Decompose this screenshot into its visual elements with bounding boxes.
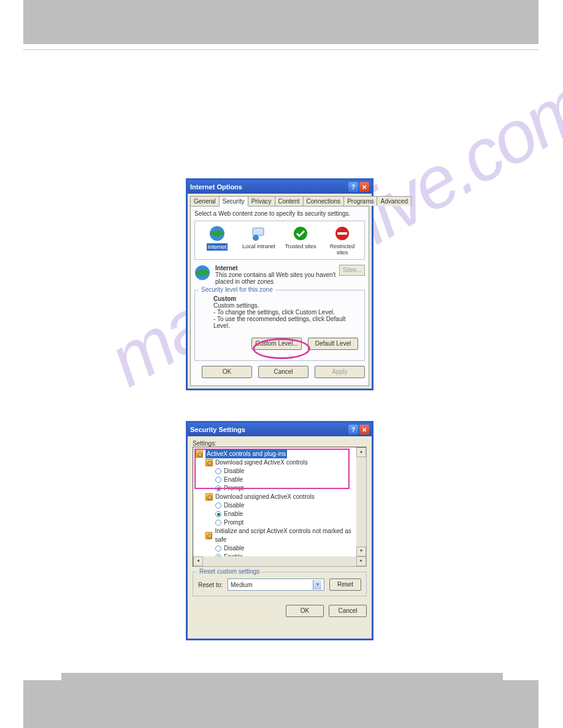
zone-trusted-sites[interactable]: Trusted sites	[282, 225, 319, 256]
radio-prompt-label: Prompt	[224, 484, 243, 493]
custom-line2: - To change the settings, click Custom L…	[213, 309, 358, 316]
radio-enable-label: Enable	[224, 510, 243, 518]
internet-options-dialog: Internet Options ? ✕ General Security Pr…	[186, 178, 373, 390]
radio-disable[interactable]: Disable	[215, 467, 355, 476]
radio-enable[interactable]: Enable	[215, 476, 355, 484]
security-level-group: Security level for this zone Custom Cust…	[194, 290, 365, 361]
tab-security[interactable]: Security	[219, 196, 248, 207]
tree-item-download-signed-label: Download signed ActiveX controls	[215, 458, 308, 467]
scroll-down-icon[interactable]: ▾	[356, 547, 366, 556]
reset-custom-group: Reset custom settings Reset to: Medium ▾…	[193, 572, 367, 596]
io-tab-body: Select a Web content zone to specify its…	[190, 206, 369, 386]
tree-item-download-unsigned[interactable]: Download unsigned ActiveX controls	[205, 493, 355, 501]
reset-button[interactable]: Reset	[329, 578, 361, 591]
tab-content[interactable]: Content	[275, 196, 304, 206]
reset-to-combo[interactable]: Medium ▾	[228, 578, 324, 591]
svg-rect-5	[337, 232, 347, 235]
close-icon[interactable]: ✕	[359, 182, 369, 192]
tab-general[interactable]: General	[190, 196, 220, 206]
gear-icon	[205, 459, 213, 466]
zone-desc-name: Internet	[215, 265, 238, 271]
zone-list: Internet Local intranet Trusted sites	[194, 221, 365, 260]
scroll-left-icon[interactable]: ◂	[193, 556, 203, 566]
svg-point-2	[253, 235, 259, 241]
page-rule	[23, 49, 538, 50]
svg-rect-1	[253, 228, 264, 235]
page-footer-band	[23, 680, 538, 728]
computer-icon	[250, 225, 267, 242]
scroll-up-icon[interactable]: ▴	[356, 447, 366, 457]
zone-local-label: Local intranet	[242, 243, 275, 249]
tree-category-activex[interactable]: ActiveX controls and plug-ins	[196, 450, 355, 458]
sites-button[interactable]: Sites...	[339, 265, 365, 276]
help-icon[interactable]: ?	[348, 182, 358, 192]
cancel-button[interactable]: Cancel	[329, 605, 367, 617]
custom-heading: Custom	[213, 295, 358, 302]
radio-enable[interactable]: Enable	[215, 510, 355, 518]
ok-button[interactable]: OK	[286, 605, 324, 617]
tree-item-download-unsigned-label: Download unsigned ActiveX controls	[215, 493, 315, 501]
zone-internet-label: Internet	[207, 243, 228, 251]
tab-advanced[interactable]: Advanced	[377, 196, 411, 206]
custom-level-button[interactable]: Custom Level...	[251, 338, 302, 350]
check-circle-icon	[292, 225, 309, 242]
reset-to-value: Medium	[231, 582, 253, 588]
custom-line3: - To use the recommended settings, click…	[213, 316, 358, 329]
io-title: Internet Options	[190, 183, 242, 191]
tree-item-download-signed[interactable]: Download signed ActiveX controls	[205, 458, 355, 467]
radio-disable-label: Disable	[224, 467, 244, 476]
zone-restricted-sites[interactable]: Restricted sites	[324, 225, 361, 256]
cancel-button[interactable]: Cancel	[258, 366, 308, 378]
security-level-group-title: Security level for this zone	[199, 286, 275, 293]
security-settings-dialog: Security Settings ? ✕ Settings: ActiveX …	[186, 421, 373, 640]
tree-item-init-script[interactable]: Initialize and script ActiveX controls n…	[205, 527, 355, 544]
tree-item-init-script-label: Initialize and script ActiveX controls n…	[215, 527, 355, 544]
ok-button[interactable]: OK	[202, 366, 252, 378]
io-instruction: Select a Web content zone to specify its…	[194, 210, 365, 217]
radio-disable[interactable]: Disable	[215, 544, 355, 553]
scroll-right-icon[interactable]: ▸	[356, 556, 366, 566]
zone-local-intranet[interactable]: Local intranet	[240, 225, 277, 256]
io-tabs: General Security Privacy Content Connect…	[190, 196, 369, 206]
close-icon[interactable]: ✕	[359, 425, 369, 434]
no-entry-icon	[334, 225, 351, 242]
radio-disable-label: Disable	[224, 544, 244, 553]
radio-prompt-label: Prompt	[224, 518, 243, 527]
gear-icon	[196, 450, 203, 458]
help-icon[interactable]: ?	[348, 425, 358, 434]
reset-group-title: Reset custom settings	[197, 568, 262, 575]
globe-icon	[194, 265, 212, 282]
ss-titlebar[interactable]: Security Settings ? ✕	[188, 423, 372, 436]
ss-title: Security Settings	[190, 426, 245, 433]
page-header-band	[23, 0, 538, 44]
radio-prompt[interactable]: Prompt	[215, 518, 355, 527]
zone-desc-text: This zone contains all Web sites you hav…	[215, 271, 339, 285]
zone-trusted-label: Trusted sites	[285, 243, 316, 249]
settings-tree[interactable]: ActiveX controls and plug-ins Download s…	[193, 447, 367, 567]
settings-label: Settings:	[193, 440, 367, 447]
apply-button[interactable]: Apply	[315, 366, 365, 378]
io-titlebar[interactable]: Internet Options ? ✕	[188, 180, 372, 194]
reset-to-label: Reset to:	[198, 582, 223, 588]
gear-icon	[205, 532, 212, 539]
radio-prompt[interactable]: Prompt	[215, 484, 355, 493]
zone-internet[interactable]: Internet	[199, 225, 236, 256]
zone-restricted-label: Restricted sites	[330, 243, 355, 256]
radio-disable[interactable]: Disable	[215, 501, 355, 510]
default-level-button[interactable]: Default Level	[308, 338, 358, 350]
custom-line1: Custom settings.	[213, 302, 358, 309]
ss-body: Settings: ActiveX controls and plug-ins …	[188, 436, 372, 639]
gear-icon	[205, 493, 213, 501]
radio-disable-label: Disable	[224, 501, 244, 510]
tab-programs[interactable]: Programs	[343, 196, 377, 206]
globe-icon	[209, 225, 226, 242]
tab-connections[interactable]: Connections	[303, 196, 345, 206]
radio-enable-label: Enable	[224, 476, 243, 484]
zone-description: Internet This zone contains all Web site…	[194, 265, 365, 285]
tree-category-activex-label: ActiveX controls and plug-ins	[205, 450, 287, 458]
vertical-scrollbar[interactable]: ▴ ▾	[356, 447, 366, 556]
chevron-down-icon[interactable]: ▾	[313, 580, 321, 590]
tab-privacy[interactable]: Privacy	[248, 196, 275, 206]
horizontal-scrollbar[interactable]: ◂ ▸	[193, 556, 366, 566]
